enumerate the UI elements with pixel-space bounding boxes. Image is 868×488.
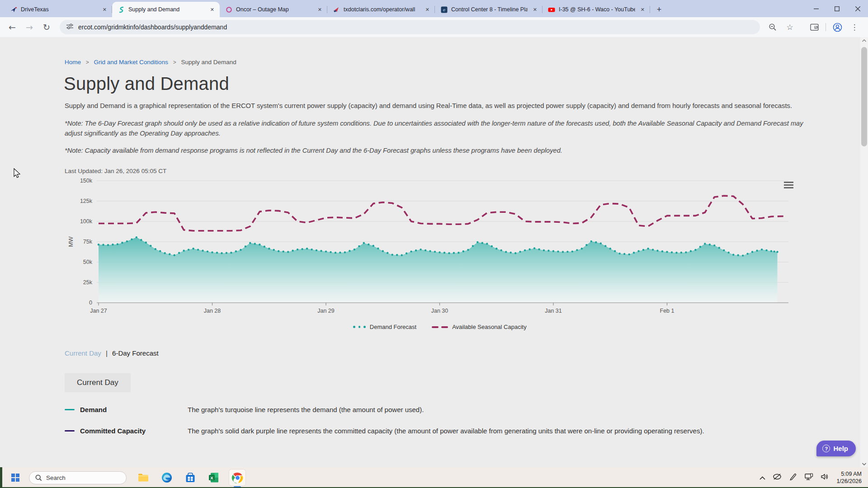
demand-label: Demand [80,406,107,413]
forward-icon[interactable]: → [22,19,37,35]
demand-description: The graph's turquoise line represents th… [188,406,424,413]
page-viewport: Home > Grid and Market Conditions > Supp… [0,37,868,467]
tray-network-icon[interactable] [804,473,813,483]
chrome-icon[interactable] [229,469,246,486]
breadcrumb: Home > Grid and Market Conditions > Supp… [65,59,815,66]
note-demand-response: *Note: Capacity available from demand re… [65,146,813,156]
chart-legend: Demand Forecast Available Seasonal Capac… [65,324,815,330]
window-maximize-button[interactable] [826,0,847,17]
scrollbar-up-arrow-icon[interactable] [860,37,868,44]
address-bar[interactable]: ercot.com/gridmktinfo/dashboards/supplya… [60,20,760,34]
supply-demand-chart: 025k50k75k100k125k150kMWJan 27Jan 28Jan … [65,177,815,330]
current-day-section-header: Current Day [65,373,131,392]
tab-six-day-forecast[interactable]: 6-Day Forecast [112,349,159,357]
profile-avatar-icon[interactable] [830,20,844,34]
new-tab-button[interactable]: + [653,3,665,16]
edge-browser-icon[interactable] [158,469,175,486]
excel-icon[interactable]: X [205,469,222,486]
back-icon[interactable]: ← [5,19,20,35]
svg-text:75k: 75k [83,239,93,245]
svg-text:Jan 28: Jan 28 [204,308,221,314]
committed-capacity-label: Committed Capacity [80,427,146,435]
tray-pen-icon[interactable] [789,473,797,483]
youtube-favicon-icon [548,6,555,13]
microsoft-store-icon[interactable] [182,469,199,486]
site-settings-tune-icon[interactable] [66,23,74,32]
capacity-dashes-icon [432,326,448,328]
committed-capacity-description: The graph's solid dark purple line repre… [188,427,704,435]
tab-title: txdotclaris.com/operator/wall [344,6,420,13]
zoom-out-icon[interactable] [765,20,780,34]
tray-hidden-icons-chevron-icon[interactable] [760,474,765,482]
tab-close-icon[interactable]: ✕ [639,6,646,14]
taskbar-clock[interactable]: 5:09 AM 1/26/2026 [836,470,862,485]
url-text[interactable]: ercot.com/gridmktinfo/dashboards/supplya… [78,23,227,31]
breadcrumb-current: Supply and Demand [181,59,236,66]
page-scrollbar[interactable] [860,37,868,467]
file-explorer-icon[interactable] [135,469,152,486]
legend-demand-forecast[interactable]: Demand Forecast [353,324,416,330]
bookmark-star-icon[interactable]: ☆ [783,20,797,34]
tab-title: Supply and Demand [128,6,205,13]
chart-canvas: 025k50k75k100k125k150kMWJan 27Jan 28Jan … [65,177,815,321]
browser-tab-strip: DriveTexas✕Supply and Demand✕Oncor – Out… [0,0,868,17]
tab-title: I-35 @ SH-6 - Waco - YouTube [559,6,635,13]
svg-text:Jan 30: Jan 30 [431,308,448,314]
svg-text:50k: 50k [83,259,93,265]
legend-available-seasonal-capacity[interactable]: Available Seasonal Capacity [432,324,527,330]
view-tabs: Current Day | 6-Day Forecast [65,349,815,357]
oncor-favicon-icon [225,6,232,13]
breadcrumb-separator: > [86,59,89,66]
browser-tab[interactable]: Oncor – Outage Map✕ [220,2,327,17]
tab-title: Control Center 8 - Timeline Play [451,6,528,13]
side-panel-search-icon[interactable] [807,20,821,34]
browser-tab[interactable]: DriveTexas✕ [5,2,112,17]
tab-close-icon[interactable]: ✕ [101,6,108,14]
scrollbar-thumb[interactable] [861,47,867,146]
browser-tab[interactable]: Supply and Demand✕ [112,2,220,17]
help-button[interactable]: ? Help [816,441,856,456]
svg-text:Jan 31: Jan 31 [545,308,562,314]
intro-paragraph: Supply and Demand is a graphical represe… [65,101,813,111]
tray-hidden-eye-icon[interactable] [773,473,782,482]
svg-text:Feb 1: Feb 1 [660,308,675,314]
browser-tab[interactable]: txdotclaris.com/operator/wall✕ [327,2,435,17]
breadcrumb-separator: > [173,59,176,66]
window-minimize-button[interactable] [806,0,826,17]
svg-text:Jan 29: Jan 29 [317,308,335,314]
view-tab-separator: | [106,349,108,357]
browser-tab[interactable]: I-35 @ SH-6 - Waco - YouTube✕ [542,2,650,17]
svg-text:e: e [443,7,445,12]
scrollbar-down-arrow-icon[interactable] [860,460,868,467]
toolbar-icons: ☆ ⋮ [765,20,862,34]
tab-close-icon[interactable]: ✕ [316,6,324,14]
tab-title: DriveTexas [21,6,97,13]
tab-title: Oncor – Outage Map [236,6,312,13]
start-button[interactable] [7,469,24,486]
demand-forecast-dots-icon [353,326,366,328]
tab-close-icon[interactable]: ✕ [424,6,431,14]
chart-menu-hamburger-icon[interactable] [784,182,793,188]
window-controls [806,0,868,17]
windows-logo-icon [11,474,20,482]
committed-capacity-line-swatch-icon [65,430,75,432]
tab-close-icon[interactable]: ✕ [208,6,216,14]
browser-toolbar: ← → ↻ ercot.com/gridmktinfo/dashboards/s… [0,17,868,37]
clock-time: 5:09 AM [836,470,862,478]
breadcrumb-home-link[interactable]: Home [65,59,81,66]
svg-text:150k: 150k [80,178,93,184]
reload-icon[interactable]: ↻ [39,19,54,35]
browser-menu-kebab-icon[interactable]: ⋮ [847,20,862,34]
tab-current-day-link[interactable]: Current Day [65,349,101,357]
window-close-button[interactable] [847,0,868,17]
drivetexas-favicon-icon [10,6,17,13]
taskbar-search-box[interactable]: Search [29,471,127,484]
tray-volume-icon[interactable] [821,473,829,482]
svg-text:125k: 125k [80,198,93,204]
note-forecast: *Note: The 6-Day Forecast graph should o… [65,119,813,139]
browser-tab[interactable]: eControl Center 8 - Timeline Play✕ [435,2,542,17]
tab-close-icon[interactable]: ✕ [531,6,539,14]
breadcrumb-grid-market-link[interactable]: Grid and Market Conditions [94,59,168,66]
ercot-favicon-icon [118,6,125,13]
series-description-demand: Demand The graph's turquoise line repres… [65,406,815,413]
